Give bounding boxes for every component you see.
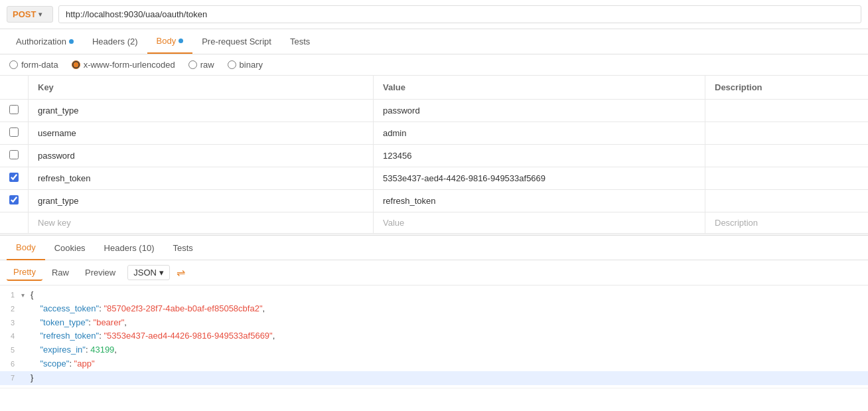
col-description-header: Description xyxy=(705,76,869,100)
line-number: 1 xyxy=(3,289,21,301)
params-table: Key Value Description grant_type passwor… xyxy=(0,76,868,234)
line-number: 3 xyxy=(3,317,21,329)
row-checkbox[interactable] xyxy=(9,127,19,137)
new-row-description[interactable]: Description xyxy=(705,212,869,234)
row-key: grant_type xyxy=(29,190,374,212)
code-line: 4 "refresh_token": "5353e437-aed4-4426-9… xyxy=(0,329,868,343)
line-content: "token_type": "bearer", xyxy=(31,316,127,330)
format-pretty-button[interactable]: Pretty xyxy=(7,264,42,281)
line-content: { xyxy=(31,288,33,302)
row-checkbox[interactable] xyxy=(9,105,19,114)
method-label: POST xyxy=(13,9,36,19)
line-number: 6 xyxy=(3,359,21,370)
tab-body[interactable]: Body xyxy=(147,29,193,54)
code-line: 5 "expires_in": 43199, xyxy=(0,343,868,357)
radio-raw[interactable] xyxy=(188,60,197,69)
line-number: 4 xyxy=(3,331,21,343)
format-raw-button[interactable]: Raw xyxy=(45,265,76,280)
line-number: 2 xyxy=(3,303,21,315)
row-checkbox[interactable] xyxy=(9,195,19,205)
request-tabs-row: Authorization Headers (2) Body Pre-reque… xyxy=(0,29,868,54)
row-value: admin xyxy=(374,122,705,145)
row-checkbox-cell[interactable] xyxy=(0,100,29,122)
resp-body-label: Body xyxy=(16,242,36,252)
radio-binary[interactable] xyxy=(228,60,236,69)
tab-authorization[interactable]: Authorization xyxy=(7,30,83,53)
authorization-dot-icon xyxy=(69,39,74,44)
code-line: 7 } xyxy=(0,371,868,385)
line-number: 7 xyxy=(3,372,21,384)
binary-label: binary xyxy=(240,60,263,70)
radio-form-data[interactable] xyxy=(9,60,18,69)
code-line: 6 "scope": "app" xyxy=(0,357,868,371)
tab-pre-request-label: Pre-request Script xyxy=(202,37,271,46)
row-value: 123456 xyxy=(374,145,705,167)
row-checkbox-cell[interactable] xyxy=(0,122,29,145)
col-key-header: Key xyxy=(29,76,374,100)
row-description xyxy=(705,167,869,190)
resp-tab-body[interactable]: Body xyxy=(7,236,45,260)
new-row-value[interactable]: Value xyxy=(374,212,705,234)
row-checkbox-cell[interactable] xyxy=(0,167,29,190)
line-content: } xyxy=(31,371,33,385)
radio-urlencoded[interactable] xyxy=(72,60,80,69)
row-value: password xyxy=(374,100,705,122)
row-checkbox[interactable] xyxy=(9,173,19,182)
row-key: grant_type xyxy=(29,100,374,122)
row-description xyxy=(705,122,869,145)
method-chevron-icon: ▾ xyxy=(38,11,42,18)
table-row: password 123456 xyxy=(0,145,868,167)
format-type-select[interactable]: JSON ▾ xyxy=(127,265,170,280)
table-row: grant_type refresh_token xyxy=(0,190,868,212)
tab-pre-request-script[interactable]: Pre-request Script xyxy=(192,30,281,53)
row-checkbox-cell[interactable] xyxy=(0,190,29,212)
code-line: 2 "access_token": "8570e2f3-28f7-4abe-b0… xyxy=(0,302,868,316)
line-content: "expires_in": 43199, xyxy=(31,343,117,357)
method-selector[interactable]: POST ▾ xyxy=(7,6,53,23)
resp-tab-tests[interactable]: Tests xyxy=(163,236,202,260)
body-type-row: form-data x-www-form-urlencoded raw bina… xyxy=(0,54,868,76)
body-type-urlencoded[interactable]: x-www-form-urlencoded xyxy=(72,60,175,70)
row-description xyxy=(705,145,869,167)
format-preview-button[interactable]: Preview xyxy=(78,265,122,280)
urlencoded-label: x-www-form-urlencoded xyxy=(84,60,175,70)
resp-tab-cookies[interactable]: Cookies xyxy=(45,236,95,260)
col-value-header: Value xyxy=(374,76,705,100)
new-row-checkbox-cell xyxy=(0,212,29,234)
row-value: 5353e437-aed4-4426-9816-949533af5669 xyxy=(374,167,705,190)
resp-headers-label: Headers (10) xyxy=(104,243,155,253)
body-type-form-data[interactable]: form-data xyxy=(9,60,58,70)
wrap-icon[interactable]: ⇌ xyxy=(177,266,185,279)
bottom-empty xyxy=(0,388,868,411)
line-number: 5 xyxy=(3,345,21,357)
raw-label: raw xyxy=(200,60,214,70)
url-input[interactable] xyxy=(58,5,861,23)
row-description xyxy=(705,100,869,122)
tab-tests[interactable]: Tests xyxy=(281,30,319,53)
response-tabs-row: Body Cookies Headers (10) Tests xyxy=(0,235,868,260)
body-type-binary[interactable]: binary xyxy=(228,60,263,70)
resp-tab-headers[interactable]: Headers (10) xyxy=(95,236,164,260)
row-checkbox[interactable] xyxy=(9,150,19,159)
code-line: 1 ▾ { xyxy=(0,288,868,302)
resp-cookies-label: Cookies xyxy=(54,243,86,253)
row-key: password xyxy=(29,145,374,167)
resp-tests-label: Tests xyxy=(173,243,192,253)
tab-headers[interactable]: Headers (2) xyxy=(83,30,147,53)
col-checkbox xyxy=(0,76,29,100)
tab-authorization-label: Authorization xyxy=(16,37,66,46)
tab-body-label: Body xyxy=(157,36,177,46)
table-row: username admin xyxy=(0,122,868,145)
line-content: "refresh_token": "5353e437-aed4-4426-981… xyxy=(31,329,275,343)
body-type-raw[interactable]: raw xyxy=(188,60,214,70)
new-row-key[interactable]: New key xyxy=(29,212,374,234)
row-checkbox-cell[interactable] xyxy=(0,145,29,167)
line-content: "scope": "app" xyxy=(31,357,95,371)
format-bar: Pretty Raw Preview JSON ▾ ⇌ xyxy=(0,260,868,286)
row-value: refresh_token xyxy=(374,190,705,212)
table-row: grant_type password xyxy=(0,100,868,122)
row-description xyxy=(705,190,869,212)
tab-headers-label: Headers (2) xyxy=(92,37,138,46)
line-arrow-icon: ▾ xyxy=(21,290,31,301)
row-key: username xyxy=(29,122,374,145)
